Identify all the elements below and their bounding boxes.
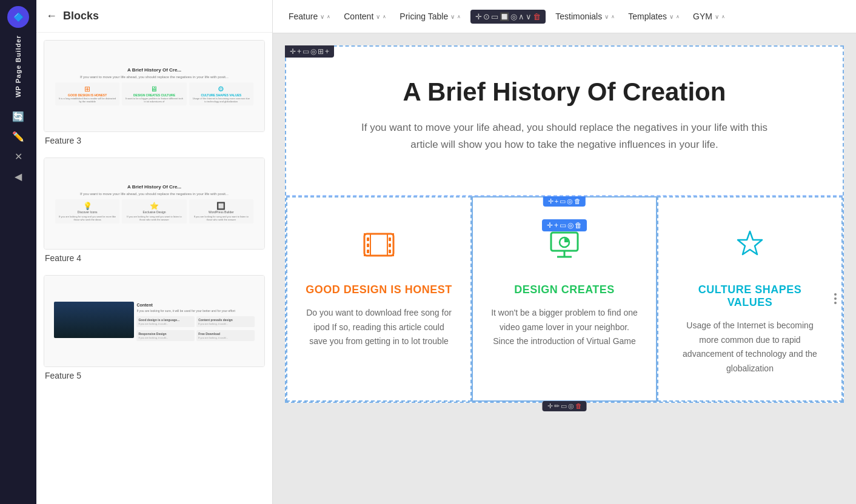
blocks-back-button[interactable]: ← (46, 10, 57, 22)
col2-tb-plus[interactable]: + (555, 197, 558, 205)
col2-btb-move[interactable]: ✛ (547, 402, 553, 410)
toolbar-down-icon[interactable]: ∨ (526, 12, 532, 21)
col2-btb-copy[interactable]: ▭ (561, 402, 567, 410)
topbar-icon-close[interactable]: ✕ (11, 147, 26, 166)
row-toolbar-blue: ✛ + ▭ ◎ 🗑 (542, 219, 587, 231)
topbar-icon-refresh[interactable]: 🔄 (8, 107, 28, 126)
block-label-feature4: Feature 4 (44, 253, 265, 263)
col2-btb-link[interactable]: ◎ (568, 402, 574, 410)
col-card-1: GOOD DESIGN IS HONEST Do you want to dow… (286, 196, 472, 402)
blocks-panel-title: Blocks (63, 10, 99, 22)
menu-item-testimonials[interactable]: Testimonials ∨ ∧ (549, 8, 621, 25)
block-item-feature5: Content If you are looking for sure, it … (44, 275, 265, 380)
toolbar-settings-icon[interactable]: ⊙ (483, 12, 490, 21)
block-thumbnail-feature5[interactable]: Content If you are looking for sure, it … (44, 275, 265, 367)
col2-tb-copy[interactable]: ▭ (560, 197, 566, 205)
section-tb-delete[interactable]: + (325, 47, 329, 56)
menu-item-gym[interactable]: GYM ∨ ∧ (687, 8, 731, 25)
col3-title: CULTURE SHAPES VALUES (677, 284, 823, 309)
blocks-list: A Brief History Of Cre... If you want to… (36, 33, 272, 504)
topbar-icon-collapse[interactable]: ◀ (11, 167, 25, 186)
col2-btb-delete[interactable]: 🗑 (575, 402, 582, 409)
topbar-icon-edit[interactable]: ✏️ (8, 127, 28, 146)
menu-item-templates[interactable]: Templates ∨ ∧ (622, 8, 686, 25)
svg-rect-4 (367, 244, 369, 247)
app-logo: 🔷 (7, 6, 29, 28)
section-tb-move[interactable]: ✛ (290, 47, 296, 56)
main-area: Feature ∨ ∧ Content ∨ ∧ Pricing Table ∨ … (273, 0, 856, 504)
app-title-vertical: WP Page Builder (15, 35, 22, 98)
row-tb-delete[interactable]: 🗑 (575, 221, 582, 230)
block-item-feature3: A Brief History Of Cre... If you want to… (44, 40, 265, 145)
toolbar-delete-icon[interactable]: 🗑 (533, 12, 541, 21)
block-label-feature5: Feature 5 (44, 371, 265, 380)
row-tb-link[interactable]: ◎ (567, 221, 573, 230)
col1-icon (306, 228, 452, 269)
col2-icon (491, 228, 638, 269)
col2-toolbar-bottom: ✛ ✏ ▭ ◎ 🗑 (543, 401, 587, 411)
section-toolbar-top: ✛ + ▭ ◎ ⊞ + (285, 45, 334, 58)
block-label-feature3: Feature 3 (44, 136, 265, 145)
section-tb-copy[interactable]: ▭ (303, 47, 309, 56)
col3-dots-menu[interactable] (834, 293, 837, 304)
col2-tb-delete[interactable]: 🗑 (574, 197, 581, 205)
toolbar-copy-icon[interactable]: ▭ (491, 12, 498, 21)
toolbar-up-icon[interactable]: ∧ (518, 12, 524, 21)
col2-title: DESIGN CREATES (491, 284, 638, 296)
col2-text: It won't be a bigger problem to find one… (491, 306, 638, 349)
col-card-3: CULTURE SHAPES VALUES Usage of the Inter… (657, 196, 843, 402)
col2-btb-edit[interactable]: ✏ (554, 402, 560, 410)
section-tb-link[interactable]: ◎ (310, 47, 316, 56)
row-tb-copy[interactable]: ▭ (560, 221, 566, 230)
svg-rect-5 (367, 250, 369, 253)
col2-tb-link[interactable]: ◎ (567, 197, 573, 205)
svg-rect-3 (367, 237, 369, 241)
toolbar-clone-icon[interactable]: 🔲 (500, 12, 509, 21)
block-thumbnail-feature4[interactable]: A Brief History Of Cre... If you want to… (44, 158, 265, 250)
col1-title: GOOD DESIGN IS HONEST (306, 284, 452, 296)
menu-item-content[interactable]: Content ∨ ∧ (338, 8, 392, 25)
content-section: A Brief History Of Creation If you want … (286, 47, 843, 195)
block-item-feature4: A Brief History Of Cre... If you want to… (44, 158, 265, 263)
section-title: A Brief History Of Creation (310, 77, 818, 107)
section-subtitle: If you want to move your life ahead, you… (346, 119, 783, 152)
svg-rect-7 (389, 244, 391, 247)
toolbar-link-icon[interactable]: ◎ (510, 12, 517, 21)
menu-item-feature[interactable]: Feature ∨ ∧ (283, 8, 336, 25)
toolbar-move-icon[interactable]: ✛ (475, 12, 482, 21)
col1-text: Do you want to download free song for ip… (306, 306, 452, 349)
block-thumbnail-feature3[interactable]: A Brief History Of Cre... If you want to… (44, 40, 265, 132)
col3-text: Usage of the Internet is becoming more c… (677, 319, 823, 376)
blocks-panel: ← Blocks A Brief History Of Cre... If yo… (36, 0, 273, 504)
section-floating-toolbar: ✛ ⊙ ▭ 🔲 ◎ ∧ ∨ 🗑 (470, 10, 546, 24)
col3-icon (677, 228, 823, 269)
col2-toolbar-top: ✛ + ▭ ◎ 🗑 (543, 196, 586, 207)
svg-rect-8 (389, 250, 391, 253)
row-tb-move[interactable]: ✛ (547, 221, 553, 230)
row-tb-plus[interactable]: + (554, 221, 558, 230)
menu-item-pricing[interactable]: Pricing Table ∨ ∧ (393, 8, 467, 25)
section-tb-plus[interactable]: + (297, 47, 301, 56)
col2-tb-move[interactable]: ✛ (548, 197, 553, 205)
canvas: ✛ + ▭ ◎ ⊞ + A Brief History Of Creation … (273, 33, 856, 504)
svg-rect-6 (389, 237, 391, 241)
section-tb-grid[interactable]: ⊞ (318, 47, 324, 56)
